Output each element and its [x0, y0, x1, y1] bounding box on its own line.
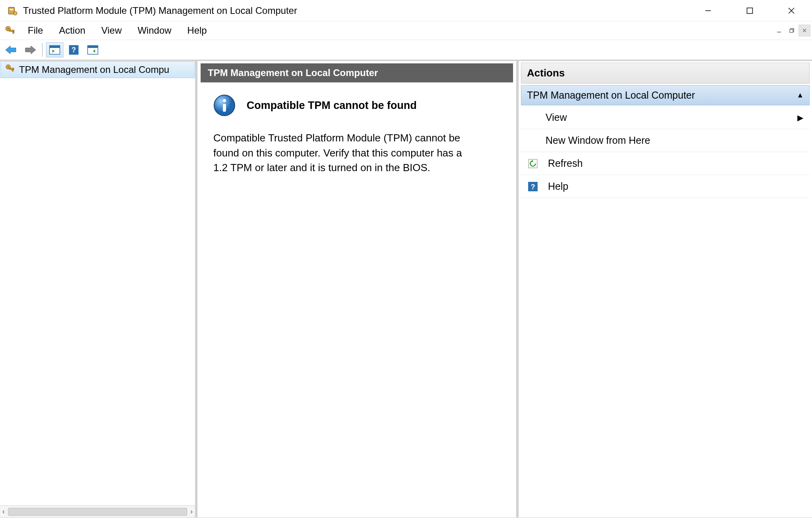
mmc-window: Trusted Platform Module (TPM) Management… — [0, 0, 812, 518]
maximize-button[interactable] — [729, 0, 770, 21]
tpm-app-icon — [7, 6, 17, 16]
details-content: Compatible TPM cannot be found Compatibl… — [201, 82, 513, 187]
collapse-up-icon: ▲ — [797, 91, 804, 99]
menu-window[interactable]: Window — [130, 21, 179, 40]
action-view[interactable]: View ▶ — [521, 106, 810, 129]
action-help[interactable]: ? Help — [521, 175, 810, 198]
action-refresh[interactable]: Refresh — [521, 152, 810, 175]
mdi-restore-button[interactable] — [786, 25, 798, 36]
svg-marker-17 — [25, 46, 36, 54]
titlebar: Trusted Platform Module (TPM) Management… — [0, 0, 812, 21]
toolbar-separator — [42, 43, 43, 57]
menu-view[interactable]: View — [93, 21, 130, 40]
action-new-window-label: New Window from Here — [546, 135, 650, 146]
svg-point-31 — [223, 99, 226, 102]
actions-list: View ▶ New Window from Here Refresh ? — [520, 106, 810, 198]
svg-marker-16 — [6, 46, 16, 54]
refresh-icon — [527, 158, 538, 169]
help-icon: ? — [527, 181, 538, 192]
info-icon — [213, 94, 236, 116]
svg-rect-24 — [88, 46, 98, 48]
actions-pane: Actions TPM Management on Local Computer… — [519, 61, 812, 517]
details-pane: TPM Management on Local Computer Compati… — [197, 61, 519, 517]
menu-action[interactable]: Action — [51, 21, 94, 40]
scroll-left-icon[interactable]: ‹ — [2, 507, 5, 516]
action-help-label: Help — [548, 181, 568, 192]
svg-point-27 — [8, 66, 9, 67]
window-controls — [687, 0, 812, 21]
menu-file[interactable]: File — [20, 21, 51, 40]
actions-title: Actions — [521, 63, 810, 84]
action-view-label: View — [546, 112, 567, 123]
console-tree-pane: TPM Management on Local Compu ‹ › — [0, 61, 197, 517]
svg-rect-32 — [223, 104, 226, 112]
window-title: Trusted Platform Module (TPM) Management… — [23, 5, 297, 16]
mdi-controls — [773, 21, 812, 40]
mdi-close-button[interactable] — [799, 25, 810, 36]
close-button[interactable] — [770, 0, 812, 21]
tree-root-label: TPM Management on Local Compu — [19, 64, 169, 75]
tree-horizontal-scrollbar[interactable]: ‹ › — [0, 505, 195, 517]
action-new-window[interactable]: New Window from Here — [521, 129, 810, 152]
scroll-right-icon[interactable]: › — [190, 507, 193, 516]
tpm-key-icon — [5, 63, 15, 76]
mdi-minimize-button[interactable] — [773, 25, 785, 36]
scroll-thumb[interactable] — [8, 508, 187, 516]
svg-rect-4 — [747, 8, 753, 13]
svg-text:?: ? — [530, 182, 535, 191]
svg-point-2 — [13, 11, 17, 15]
svg-rect-13 — [790, 29, 793, 32]
actions-section-label: TPM Management on Local Computer — [527, 90, 695, 101]
minimize-button[interactable] — [687, 0, 729, 21]
svg-point-8 — [7, 28, 9, 29]
toolbar: ? — [0, 40, 812, 60]
menu-help[interactable]: Help — [179, 21, 214, 40]
content-area: TPM Management on Local Compu ‹ › TPM Ma… — [0, 60, 812, 517]
tpm-key-icon — [0, 25, 20, 36]
action-refresh-label: Refresh — [548, 158, 583, 169]
nav-forward-button[interactable] — [21, 42, 39, 57]
nav-back-button[interactable] — [2, 42, 20, 57]
show-hide-action-pane-button[interactable] — [84, 42, 102, 57]
message-row: Compatible TPM cannot be found — [213, 94, 500, 116]
details-header: TPM Management on Local Computer — [201, 63, 513, 82]
svg-text:?: ? — [72, 46, 76, 54]
svg-rect-1 — [10, 9, 13, 10]
tree-root-tpm[interactable]: TPM Management on Local Compu — [0, 61, 195, 78]
help-button[interactable]: ? — [65, 42, 82, 57]
chevron-right-icon: ▶ — [797, 113, 803, 122]
svg-rect-19 — [50, 46, 60, 48]
show-hide-console-tree-button[interactable] — [46, 42, 63, 57]
svg-rect-10 — [13, 31, 14, 33]
actions-section-tpm[interactable]: TPM Management on Local Computer ▲ — [521, 85, 810, 105]
message-heading: Compatible TPM cannot be found — [247, 99, 417, 112]
message-body: Compatible Trusted Platform Module (TPM)… — [213, 131, 475, 175]
menubar: File Action View Window Help — [0, 21, 812, 40]
svg-rect-29 — [12, 69, 13, 71]
